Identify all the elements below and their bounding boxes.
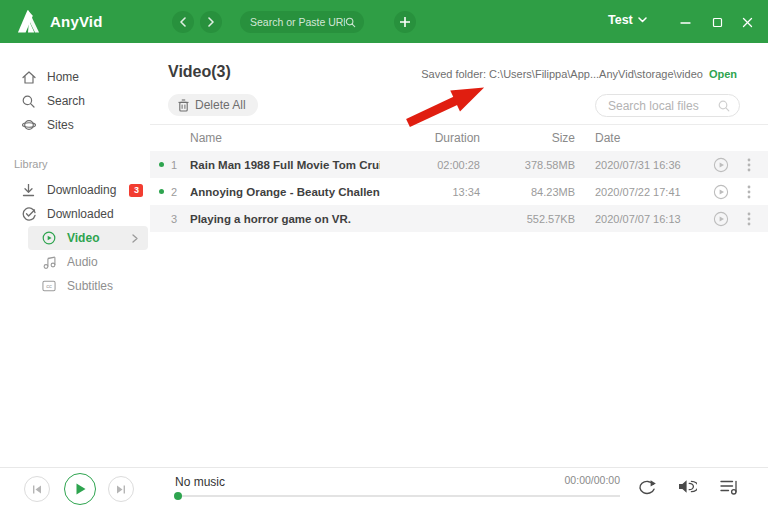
row-play-button[interactable] (706, 184, 736, 200)
column-header-date: Date (595, 131, 700, 145)
file-date: 2020/07/22 17:41 (595, 186, 700, 198)
search-icon (718, 100, 730, 112)
check-circle-icon (21, 207, 36, 221)
trash-icon (178, 99, 189, 112)
play-circle-icon (42, 231, 56, 245)
saved-folder-info: Saved folder: C:\Users\Filippa\App...Any… (421, 68, 737, 80)
next-track-button[interactable] (108, 476, 134, 502)
playback-time: 00:00/00:00 (545, 474, 620, 486)
local-search-bar[interactable] (595, 94, 740, 117)
delete-all-button[interactable]: Delete All (168, 94, 258, 116)
titlebar: AnyVid Test (0, 0, 768, 43)
row-more-menu-icon[interactable] (736, 212, 762, 226)
column-header-name: Name (190, 131, 380, 145)
page-title: Video(3) (168, 63, 231, 81)
search-icon (21, 95, 36, 108)
sidebar-item-label: Audio (67, 255, 98, 269)
sidebar-item-label: Downloading (47, 183, 116, 197)
play-button[interactable] (64, 473, 96, 505)
user-menu[interactable]: Test (608, 13, 647, 27)
nav-back-button[interactable] (172, 11, 194, 33)
player-bar: No music 00:00/00:00 (0, 467, 768, 510)
cc-subtitles-icon: cc (42, 280, 56, 292)
file-duration: 13:34 (380, 186, 480, 198)
now-playing-label: No music (175, 475, 225, 489)
row-play-button[interactable] (706, 211, 736, 227)
music-note-icon (42, 256, 56, 269)
file-date: 2020/07/07 16:13 (595, 213, 700, 225)
sidebar-item-downloaded[interactable]: Downloaded (0, 202, 150, 226)
downloads-table: Name Duration Size Date 1 Rain Man 1988 … (150, 124, 768, 232)
progress-handle[interactable] (174, 492, 182, 500)
file-date: 2020/07/31 16:36 (595, 159, 700, 171)
previous-track-button[interactable] (24, 476, 50, 502)
open-folder-link[interactable]: Open (709, 68, 737, 80)
chevron-right-icon (132, 234, 138, 243)
local-search-input[interactable] (608, 99, 718, 113)
repeat-icon[interactable] (637, 479, 657, 496)
main-content: Video(3) Saved folder: C:\Users\Filippa\… (150, 43, 768, 467)
volume-icon[interactable] (678, 479, 697, 494)
table-header: Name Duration Size Date (150, 125, 768, 151)
row-index: 1 (166, 159, 182, 171)
row-more-menu-icon[interactable] (736, 158, 762, 172)
sidebar-item-label: Search (47, 94, 85, 108)
sidebar-item-search[interactable]: Search (0, 89, 150, 113)
sidebar-item-subtitles[interactable]: cc Subtitles (28, 274, 148, 298)
file-name: Annoying Orange - Beauty Challenges Supe… (190, 186, 380, 198)
close-button[interactable] (738, 13, 756, 31)
svg-text:cc: cc (46, 283, 52, 289)
file-duration: 02:00:28 (380, 159, 480, 171)
row-index: 3 (166, 213, 182, 225)
sidebar: Home Search Sites Library Downloading 3 … (0, 43, 150, 467)
row-more-menu-icon[interactable] (736, 185, 762, 199)
table-row[interactable]: 1 Rain Man 1988 Full Movie Tom Cruise Mo… (150, 151, 768, 178)
maximize-button[interactable] (708, 13, 726, 31)
app-brand: AnyVid (16, 8, 103, 34)
minimize-button[interactable] (676, 13, 694, 31)
table-row[interactable]: 3 Playing a horror game on VR. 552.57KB … (150, 205, 768, 232)
column-header-duration: Duration (380, 131, 480, 145)
sidebar-item-label: Video (67, 231, 99, 245)
new-item-dot (156, 189, 166, 194)
file-size: 378.58MB (480, 159, 575, 171)
row-play-button[interactable] (706, 157, 736, 173)
file-size: 84.23MB (480, 186, 575, 198)
saved-folder-path: Saved folder: C:\Users\Filippa\App...Any… (421, 68, 703, 80)
globe-icon (21, 119, 36, 131)
chevron-down-icon (638, 17, 647, 23)
sidebar-item-home[interactable]: Home (0, 65, 150, 89)
anyvid-logo-icon (16, 8, 41, 34)
delete-all-label: Delete All (195, 98, 246, 112)
sidebar-item-sites[interactable]: Sites (0, 113, 150, 137)
url-search-input[interactable] (250, 16, 345, 28)
app-title: AnyVid (50, 13, 103, 30)
file-size: 552.57KB (480, 213, 575, 225)
new-item-dot (156, 162, 166, 167)
search-icon (345, 17, 356, 28)
new-item-dot (156, 216, 166, 221)
sidebar-item-label: Downloaded (47, 207, 114, 221)
download-icon (21, 183, 36, 197)
table-row[interactable]: 2 Annoying Orange - Beauty Challenges Su… (150, 178, 768, 205)
sidebar-item-downloading[interactable]: Downloading 3 (0, 178, 150, 202)
add-url-button[interactable] (394, 11, 416, 33)
sidebar-item-video[interactable]: Video (28, 226, 148, 250)
nav-forward-button[interactable] (200, 11, 222, 33)
file-name: Rain Man 1988 Full Movie Tom Cruise Movi… (190, 159, 380, 171)
url-search-bar[interactable] (240, 11, 364, 33)
sidebar-item-label: Home (47, 70, 79, 84)
downloading-count-badge: 3 (129, 184, 143, 197)
playlist-icon[interactable] (720, 479, 739, 495)
sidebar-item-audio[interactable]: Audio (28, 250, 148, 274)
user-menu-label: Test (608, 13, 633, 27)
file-name: Playing a horror game on VR. (190, 213, 380, 225)
column-header-size: Size (480, 131, 575, 145)
home-icon (21, 71, 36, 84)
sidebar-item-label: Sites (47, 118, 74, 132)
table-body: 1 Rain Man 1988 Full Movie Tom Cruise Mo… (150, 151, 768, 232)
row-index: 2 (166, 186, 182, 198)
progress-bar[interactable] (175, 495, 620, 497)
sidebar-item-label: Subtitles (67, 279, 113, 293)
library-section-label: Library (0, 137, 150, 178)
